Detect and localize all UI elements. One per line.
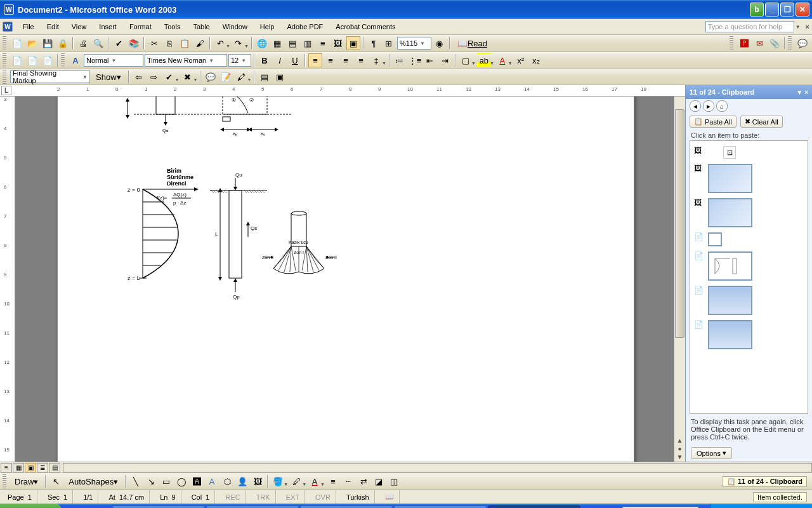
- open-button[interactable]: 📂: [25, 36, 39, 50]
- print-view-button[interactable]: ▣: [25, 463, 36, 472]
- clipart-button[interactable]: 👤: [235, 474, 249, 488]
- line-spacing-button[interactable]: ‡: [369, 53, 383, 67]
- select-browse-icon[interactable]: ●: [678, 445, 681, 452]
- underline-button[interactable]: U: [288, 53, 302, 67]
- font-combo[interactable]: Times New Roman▼: [145, 54, 227, 67]
- pdf-make3-icon[interactable]: 📄: [41, 53, 55, 67]
- nav-forward-icon[interactable]: ►: [703, 100, 714, 112]
- toolbar-grip-rev[interactable]: [3, 70, 6, 84]
- toolbar-grip-2[interactable]: [730, 36, 733, 50]
- excel-button[interactable]: ▥: [301, 36, 315, 50]
- status-lang[interactable]: Turkish: [341, 490, 375, 504]
- taskbar-task[interactable]: 📄 kazik temel makal...: [300, 505, 393, 508]
- font-color-draw-button[interactable]: A: [308, 474, 322, 488]
- clear-all-button[interactable]: ✖ Clear All: [740, 116, 783, 128]
- permission-button[interactable]: 🔒: [56, 36, 70, 50]
- track-changes-button[interactable]: 📝: [219, 70, 233, 84]
- toolbar-grip-fmt[interactable]: [3, 53, 6, 67]
- nav-back-icon[interactable]: ◄: [690, 100, 701, 112]
- rectangle-button[interactable]: ▭: [159, 474, 173, 488]
- toolbar-grip[interactable]: [3, 36, 6, 50]
- draw-menu[interactable]: Draw ▾: [10, 474, 43, 488]
- document-area[interactable]: Q₂ ① ② aₚ: [15, 97, 685, 462]
- task-pane-close-icon[interactable]: ×: [804, 89, 808, 96]
- borders-button[interactable]: ▢: [459, 53, 473, 67]
- bold-button[interactable]: B: [258, 53, 272, 67]
- menu-view[interactable]: View: [65, 21, 93, 32]
- doc-map-button[interactable]: ▣: [346, 36, 360, 50]
- next-change-button[interactable]: ⇨: [147, 70, 161, 84]
- help-dropdown-icon[interactable]: ▼: [794, 24, 802, 30]
- outline-view-button[interactable]: ≣: [37, 463, 48, 472]
- reading-view-button[interactable]: ▤: [49, 463, 60, 472]
- wordart-button[interactable]: A: [205, 474, 219, 488]
- outdent-button[interactable]: ⇤: [423, 53, 437, 67]
- web-view-button[interactable]: ▦: [13, 463, 24, 472]
- paste-all-button[interactable]: 📋 Paste All: [690, 116, 737, 128]
- shadow-button[interactable]: ◪: [372, 474, 386, 488]
- line-button[interactable]: ╲: [129, 474, 143, 488]
- vertical-ruler[interactable]: 3456789101112131415: [0, 97, 15, 462]
- normal-view-button[interactable]: ≡: [1, 463, 12, 472]
- textbox-button[interactable]: 🅰: [190, 474, 204, 488]
- pdf-icon-1[interactable]: 🅿: [737, 36, 751, 50]
- menu-insert[interactable]: Insert: [93, 21, 123, 32]
- prev-page-icon[interactable]: ▲: [677, 437, 683, 444]
- show-menu[interactable]: Show ▾: [91, 70, 126, 84]
- justify-button[interactable]: ≡: [354, 53, 368, 67]
- style-combo[interactable]: Normal▼: [84, 54, 143, 67]
- arrow-style-button[interactable]: ⇄: [357, 474, 370, 488]
- styles-button[interactable]: A: [69, 53, 82, 67]
- paste-button[interactable]: 📋: [178, 36, 192, 50]
- fill-color-button[interactable]: 🪣: [271, 474, 285, 488]
- menu-edit[interactable]: Edit: [41, 21, 65, 32]
- picture-button[interactable]: 🖼: [251, 474, 265, 488]
- align-left-button[interactable]: ≡: [308, 53, 322, 67]
- new-comment-button[interactable]: 💬: [204, 70, 218, 84]
- markup-display-combo[interactable]: Final Showing Markup▼: [10, 70, 90, 83]
- clipboard-item[interactable]: 📄: [693, 230, 805, 249]
- taskbar-task[interactable]: 📕 bence bu yeter.p...: [394, 505, 487, 508]
- reject-button[interactable]: ✖: [180, 70, 194, 84]
- menu-format[interactable]: Format: [123, 21, 158, 32]
- copy-button[interactable]: ⎘: [162, 36, 176, 50]
- start-button[interactable]: ⊞ Başlat: [0, 504, 62, 508]
- 3d-button[interactable]: ◫: [387, 474, 401, 488]
- autoshapes-menu[interactable]: AutoShapes ▾: [64, 474, 122, 488]
- pdf-icon-3[interactable]: 📎: [768, 36, 782, 50]
- horizontal-scrollbar[interactable]: [63, 463, 812, 472]
- toolbar-grip-draw[interactable]: [3, 474, 6, 488]
- taskbar-task[interactable]: 📁 bencebu yeter: [206, 505, 299, 508]
- nav-home-icon[interactable]: ⌂: [716, 100, 728, 112]
- new-doc-button[interactable]: 📄: [10, 36, 24, 50]
- zoom-fit-button[interactable]: ⊞: [382, 36, 396, 50]
- clipboard-item[interactable]: 📄: [693, 249, 805, 283]
- italic-button[interactable]: I: [273, 53, 287, 67]
- print-button[interactable]: 🖨: [76, 36, 90, 50]
- undo-button[interactable]: ↶: [213, 36, 227, 50]
- maximize-button[interactable]: ❐: [780, 3, 794, 17]
- pdf-make2-icon[interactable]: 📄: [25, 53, 39, 67]
- menu-acrobat-comments[interactable]: Acrobat Comments: [329, 21, 402, 32]
- acrobat-comments-icon[interactable]: 💬: [796, 36, 809, 50]
- help-button[interactable]: ◉: [433, 36, 447, 50]
- menu-tools[interactable]: Tools: [158, 21, 187, 32]
- horizontal-ruler[interactable]: L 210123456789101112131415161718: [0, 85, 685, 97]
- clipboard-item[interactable]: 📄: [693, 283, 805, 318]
- subscript-button[interactable]: x₂: [529, 53, 543, 67]
- superscript-button[interactable]: x²: [514, 53, 528, 67]
- status-spell-icon[interactable]: 📖: [380, 490, 400, 504]
- bullets-button[interactable]: ⋮≡: [408, 53, 422, 67]
- hyperlink-button[interactable]: 🌐: [255, 36, 269, 50]
- menu-help[interactable]: Help: [254, 21, 281, 32]
- next-page-icon[interactable]: ▼: [677, 453, 683, 460]
- prev-change-button[interactable]: ⇦: [132, 70, 146, 84]
- research-button[interactable]: 📚: [127, 36, 141, 50]
- arrow-button[interactable]: ↘: [144, 474, 158, 488]
- tables-borders-button[interactable]: ▦: [270, 36, 284, 50]
- font-size-combo[interactable]: 12▼: [228, 54, 251, 67]
- format-painter-button[interactable]: 🖌: [193, 36, 207, 50]
- columns-button[interactable]: ≡: [316, 36, 330, 50]
- task-pane-menu-icon[interactable]: ▼: [796, 89, 802, 96]
- numbering-button[interactable]: ≔: [393, 53, 407, 67]
